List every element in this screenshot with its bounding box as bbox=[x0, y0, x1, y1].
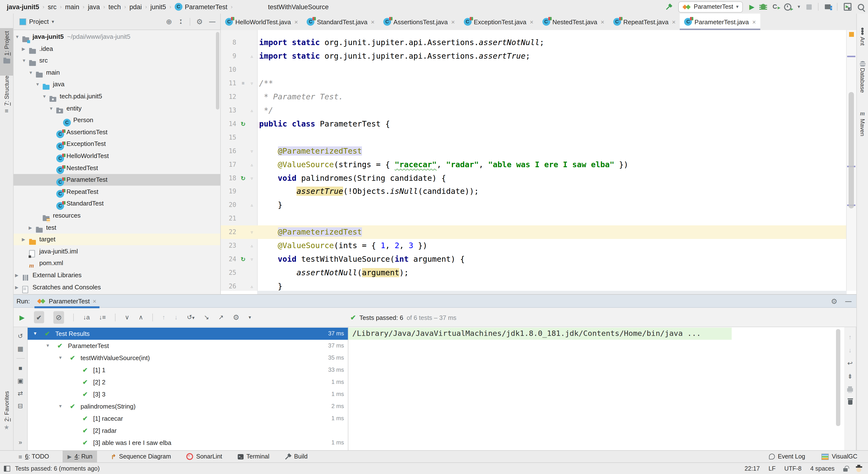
code-line[interactable]: 19 assertTrue(!Objects.isNull(candidate)… bbox=[221, 185, 847, 199]
expanded-chevron-icon[interactable]: ▼ bbox=[58, 352, 63, 364]
close-icon[interactable]: × bbox=[672, 18, 676, 26]
show-ignored-toggle[interactable] bbox=[53, 311, 64, 324]
collapsed-chevron-icon[interactable]: ▶ bbox=[15, 281, 19, 293]
run-test-gutter-icon[interactable]: ↻ bbox=[239, 171, 247, 185]
caret-position-widget[interactable]: 22:17 bbox=[745, 465, 760, 472]
chevron-down-icon[interactable]: ▾ bbox=[52, 19, 54, 24]
hide-panel-icon[interactable] bbox=[845, 298, 851, 305]
tree-row[interactable]: ▶.idea bbox=[13, 43, 220, 55]
editor-tab[interactable]: CNestedTest.java× bbox=[538, 13, 609, 30]
tree-row[interactable]: CExceptionTest bbox=[13, 138, 220, 150]
editor-tab[interactable]: CExceptionTest.java× bbox=[459, 13, 538, 30]
import-test-results-icon[interactable]: ↘ bbox=[204, 314, 209, 320]
fold-marker-icon[interactable]: ▿ bbox=[249, 144, 255, 158]
gear-icon[interactable] bbox=[196, 17, 203, 26]
tree-row[interactable]: CRepeatTest bbox=[13, 186, 220, 198]
code-line[interactable]: 22▿ @ParameterizedTest bbox=[221, 226, 847, 239]
breadcrumb-item[interactable]: junit5 bbox=[150, 3, 166, 10]
breadcrumb-item[interactable]: pdai bbox=[129, 3, 142, 10]
expanded-chevron-icon[interactable]: ▼ bbox=[45, 340, 50, 352]
collapsed-chevron-icon[interactable]: ▶ bbox=[29, 222, 32, 233]
run-with-coverage-button[interactable]: C bbox=[772, 3, 778, 11]
code-line[interactable]: 23▵ @ValueSource(ints = { 1, 2, 3 }) bbox=[221, 239, 847, 253]
hidden-tabs-chevron-icon[interactable]: ▾ bbox=[847, 5, 850, 11]
fold-marker-icon[interactable]: ▿ bbox=[249, 76, 255, 90]
stripe-warning-mark[interactable] bbox=[849, 32, 854, 37]
test-result-row[interactable]: ▼✔testWithValueSource(int)35 ms bbox=[28, 352, 348, 364]
locate-file-icon[interactable] bbox=[166, 17, 172, 26]
code-line[interactable]: 15 bbox=[221, 131, 847, 144]
fold-marker-icon[interactable]: ▿ bbox=[249, 171, 255, 185]
collapse-all-icon[interactable]: ∧ bbox=[138, 314, 143, 320]
tree-row[interactable]: ▶target bbox=[13, 234, 220, 245]
show-passed-toggle[interactable] bbox=[34, 311, 44, 323]
tool-window-button-terminal[interactable]: Terminal bbox=[236, 450, 272, 463]
tree-row[interactable]: CStandardTest bbox=[13, 198, 220, 210]
tool-button-structure[interactable]: 7: Structure≡ bbox=[0, 76, 13, 114]
line-ending-widget[interactable]: LF bbox=[769, 465, 776, 472]
comment-gutter-icon[interactable]: ≡ bbox=[239, 76, 247, 90]
tool-window-button-sequence-diagram[interactable]: Sequence Diagram bbox=[109, 450, 173, 463]
print-icon[interactable] bbox=[847, 388, 853, 392]
tree-row[interactable]: resources bbox=[13, 210, 220, 222]
tool-window-button-sonarlint[interactable]: SonarLint bbox=[185, 450, 224, 463]
horizontal-scrollbar[interactable] bbox=[257, 291, 847, 294]
suspend-icon[interactable]: ■ bbox=[19, 365, 22, 371]
swap-panels-icon[interactable]: ⇄ bbox=[18, 390, 23, 397]
close-icon[interactable]: × bbox=[752, 18, 756, 26]
project-scrollbar[interactable] bbox=[216, 32, 219, 109]
test-result-row[interactable]: ✔[3] able was I ere I saw elba1 ms bbox=[28, 437, 348, 449]
clear-all-icon[interactable] bbox=[848, 400, 852, 405]
fold-marker-icon[interactable]: ▿ bbox=[249, 226, 255, 239]
breadcrumb-item[interactable]: java-junit5 bbox=[7, 3, 39, 10]
tool-button-database[interactable]: Database bbox=[857, 61, 868, 93]
expanded-chevron-icon[interactable]: ▼ bbox=[35, 79, 40, 90]
hide-panel-icon[interactable] bbox=[209, 18, 215, 25]
breadcrumb-item[interactable]: main bbox=[65, 3, 79, 10]
expanded-chevron-icon[interactable]: ▼ bbox=[49, 102, 53, 114]
breadcrumb-item[interactable]: java bbox=[88, 3, 100, 10]
tree-row[interactable]: CNestedTest bbox=[13, 162, 220, 174]
run-test-gutter-icon[interactable]: ↻ bbox=[239, 252, 247, 266]
tree-row[interactable]: CPerson bbox=[13, 114, 220, 126]
debug-button[interactable] bbox=[761, 4, 766, 10]
screenshot-icon[interactable]: ▣ bbox=[18, 378, 24, 384]
tree-row[interactable]: ▼entity bbox=[13, 102, 220, 114]
profiler-chevron-icon[interactable]: ▾ bbox=[798, 4, 800, 9]
test-history-icon[interactable]: ↺▾ bbox=[187, 314, 194, 320]
test-result-row[interactable]: ▼✔ParameterTest37 ms bbox=[28, 340, 348, 352]
expanded-chevron-icon[interactable]: ▼ bbox=[29, 67, 33, 78]
coverage-icon[interactable]: ▦ bbox=[18, 345, 24, 352]
close-icon[interactable]: × bbox=[451, 18, 455, 26]
breadcrumb-item[interactable]: CParameterTest bbox=[175, 3, 227, 11]
run-console[interactable]: /Library/Java/JavaVirtualMachines/jdk1.8… bbox=[348, 327, 844, 450]
tool-windows-icon[interactable] bbox=[4, 466, 10, 471]
sort-alphabetically-icon[interactable]: ↓a bbox=[83, 314, 90, 320]
tree-row[interactable]: ▶Scratches and Consoles bbox=[13, 281, 220, 293]
close-icon[interactable]: × bbox=[371, 18, 375, 26]
tree-row[interactable]: mpom.xml bbox=[13, 258, 220, 269]
collapsed-chevron-icon[interactable]: ▶ bbox=[22, 43, 25, 55]
code-line[interactable]: 24↻▿ void testWithValueSource(int argume… bbox=[221, 252, 847, 266]
project-structure-icon[interactable] bbox=[825, 4, 831, 9]
tree-row[interactable]: ▼java bbox=[13, 79, 220, 90]
tree-row[interactable]: CHelloWorldTest bbox=[13, 150, 220, 162]
tool-window-button-build[interactable]: Build bbox=[283, 450, 310, 463]
run-button[interactable] bbox=[749, 3, 754, 11]
restore-layout-icon[interactable]: ⊟ bbox=[18, 403, 23, 409]
code-line[interactable]: 9▵import static org.junit.jupiter.api.As… bbox=[221, 49, 847, 63]
test-result-row[interactable]: ✔[1] 133 ms bbox=[28, 364, 348, 376]
console-command-line[interactable]: /Library/Java/JavaVirtualMachines/jdk1.8… bbox=[348, 328, 732, 340]
tool-window-button-6-todo[interactable]: 6: TODO bbox=[17, 450, 51, 463]
tool-window-button-4-run[interactable]: 4: Run bbox=[63, 450, 97, 463]
test-result-row[interactable]: ✔[3] 31 ms bbox=[28, 388, 348, 400]
rerun-failed-tests-icon[interactable]: ↺ bbox=[18, 333, 23, 339]
fold-marker-icon[interactable]: ▵ bbox=[249, 158, 255, 171]
soft-wrap-icon[interactable]: ↩ bbox=[847, 360, 853, 366]
tree-row[interactable]: ▼main bbox=[13, 67, 220, 78]
fold-marker-icon[interactable]: ▵ bbox=[249, 239, 255, 253]
code-line[interactable]: 12 * Parameter Test. bbox=[221, 90, 847, 104]
code-line[interactable]: 17▵ @ValueSource(strings = { "racecar", … bbox=[221, 158, 847, 171]
tree-row[interactable]: CAssertionsTest bbox=[13, 127, 220, 138]
tree-row[interactable]: ▼tech.pdai.junit5 bbox=[13, 91, 220, 102]
